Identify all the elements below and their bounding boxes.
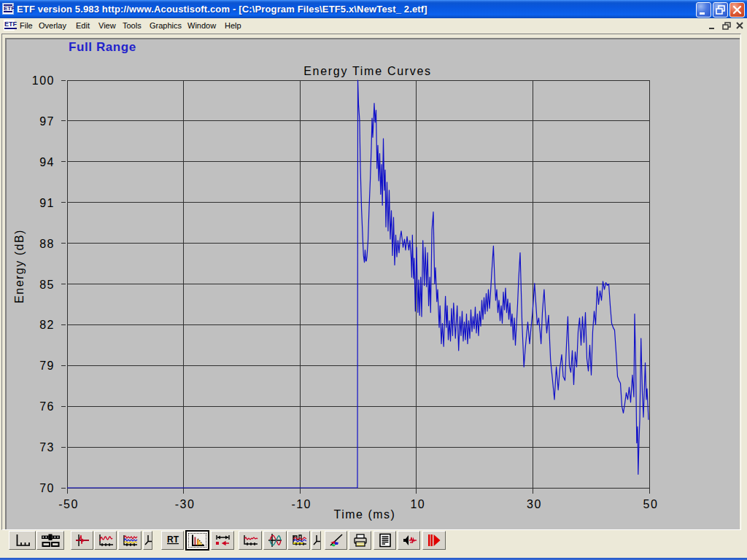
svg-text:Time (ms): Time (ms): [334, 508, 396, 521]
svg-text:30: 30: [527, 498, 542, 510]
svg-text:76: 76: [39, 400, 55, 413]
svg-text:Energy Time Curves: Energy Time Curves: [303, 65, 432, 77]
svg-text:50: 50: [643, 498, 659, 510]
svg-text:79: 79: [39, 359, 55, 372]
svg-text:10: 10: [410, 498, 425, 510]
svg-text:-50: -50: [58, 498, 79, 510]
svg-text:-10: -10: [291, 498, 311, 510]
svg-text:97: 97: [39, 115, 55, 128]
svg-text:91: 91: [39, 197, 55, 209]
svg-text:Full Range: Full Range: [69, 40, 136, 54]
svg-text:94: 94: [39, 156, 55, 168]
svg-text:85: 85: [39, 279, 55, 291]
svg-text:88: 88: [39, 238, 55, 250]
svg-text:-30: -30: [175, 498, 196, 510]
svg-text:70: 70: [39, 482, 55, 494]
svg-text:73: 73: [39, 441, 55, 454]
svg-text:Energy (dB): Energy (dB): [13, 229, 26, 303]
svg-text:82: 82: [39, 319, 55, 331]
svg-text:RT: RT: [167, 534, 179, 545]
svg-text:100: 100: [32, 74, 55, 87]
